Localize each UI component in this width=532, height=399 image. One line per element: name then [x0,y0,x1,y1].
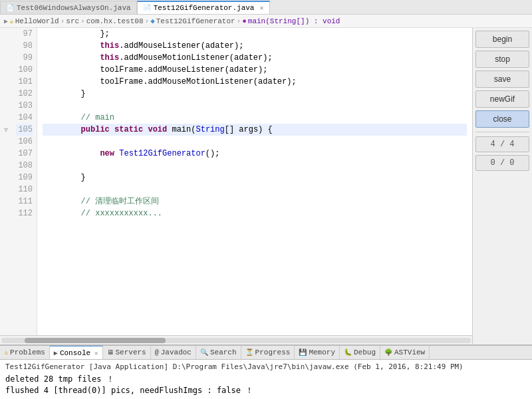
gc-102 [0,88,12,100]
tab-debug[interactable]: 🐛 Debug [340,345,380,360]
gc-101 [0,76,12,88]
console-line-2: flushed 4 [thread(0)] pics, needFlushImg… [5,385,527,396]
line-112: // xxxxxxxxxxx... [43,207,467,219]
ln-111: 111 [16,196,33,207]
bc-class[interactable]: Test12GifGenerator [156,17,235,25]
problems-label: Problems [10,348,45,356]
line-101: toolFrame.addMouseMotionListener(adater)… [43,76,467,88]
memory-icon: 💾 [299,348,307,356]
horizontal-scrollbar[interactable] [0,335,472,344]
line-111: // 清理临时工作区间 [43,196,467,207]
gc-103 [0,100,12,112]
javadoc-label: Javadoc [161,348,192,356]
line-107: new Test12GifGenerator(); [43,148,467,160]
debug-icon: 🐛 [344,348,352,356]
save-button[interactable]: save [475,70,529,88]
line-110 [43,184,467,196]
tab-astview[interactable]: 🌳 ASTView [380,345,430,360]
gc-111 [0,196,12,207]
bc-package[interactable]: com.hx.test08 [86,17,144,25]
gc-104 [0,112,12,124]
file-icon-2: 📄 [143,4,151,12]
ln-107: 107 [16,148,33,160]
count-1: 4 / 4 [475,136,529,152]
gc-105[interactable]: ▽ [0,124,12,136]
gc-106 [0,136,12,148]
console-line-1: deleted 28 tmp files ！ [5,374,527,385]
ln-101: 101 [16,76,33,88]
debug-label: Debug [354,348,376,356]
ln-108: 108 [16,160,33,172]
scroll-thumb[interactable] [25,338,166,343]
stop-button[interactable]: stop [475,51,529,68]
gc-100 [0,64,12,76]
tab-servers[interactable]: 🖥 Servers [103,345,151,360]
ln-97: 97 [16,28,33,40]
servers-icon: 🖥 [107,348,114,356]
bc-method[interactable]: main(String[]) : void [248,17,340,25]
bc-arrow: ▶ [4,17,8,25]
bc-project[interactable]: HelloWorld [15,17,59,25]
tab-memory[interactable]: 💾 Memory [295,345,340,360]
console-icon: ▶ [54,349,58,357]
bc-sep1: › [61,17,65,25]
gc-97 [0,28,12,40]
newgif-button[interactable]: newGif [475,90,529,108]
tab-problems[interactable]: ⚠ Problems [0,345,50,360]
astview-label: ASTView [394,348,425,356]
close-button[interactable]: close [475,110,529,128]
gc-108 [0,160,12,172]
bc-project-icon: ☕ [9,17,14,25]
ln-106: 106 [16,136,33,148]
tab-bar: 📄 Test06WindowsAlwaysOn.java 📄 Test12Gif… [0,0,532,15]
ln-103: 103 [16,100,33,112]
file-icon-1: 📄 [6,4,14,12]
bc-src[interactable]: src [66,17,79,25]
astview-icon: 🌳 [384,348,392,356]
gc-109 [0,172,12,184]
tab-close-button[interactable]: ✕ [259,4,263,12]
tab-test06[interactable]: 📄 Test06WindowsAlwaysOn.java [0,1,137,14]
ln-102: 102 [16,88,33,100]
ln-99: 99 [16,52,33,64]
panel-divider-1 [475,132,529,132]
ln-112: 112 [16,207,33,219]
line-numbers: 97 98 99 100 101 102 103 104 105 106 107… [12,28,37,335]
code-content[interactable]: }; this.addMouseListener(adater); this.a… [37,28,472,335]
tab-label-1: Test06WindowsAlwaysOn.java [17,4,131,12]
ln-98: 98 [16,40,33,52]
gc-98 [0,40,12,52]
gc-112 [0,207,12,219]
line-103 [43,100,467,112]
tab-search[interactable]: 🔍 Search [196,345,241,360]
bc-method-icon: ● [242,17,247,25]
bc-sep3: › [145,17,150,25]
ln-110: 110 [16,184,33,196]
line-99: this.addMouseMotionListener(adater); [43,52,467,64]
memory-label: Memory [309,348,335,356]
ln-104: 104 [16,112,33,124]
gutter-column: ▽ [0,28,12,335]
console-close[interactable]: ✕ [94,350,98,357]
console-label: Console [60,349,90,357]
collapse-arrow-105[interactable]: ▽ [4,126,7,134]
servers-label: Servers [116,348,146,356]
line-104: // main [43,112,467,124]
tab-test12[interactable]: 📄 Test12GifGenerator.java ✕ [137,1,270,14]
progress-label: Progress [255,348,291,356]
gc-107 [0,148,12,160]
bc-sep4: › [237,17,241,25]
tab-javadoc[interactable]: @ Javadoc [151,345,196,360]
line-105: public static void main(String[] args) { [43,124,467,136]
console-area: Test12GifGenerator [Java Application] D:… [0,360,532,399]
code-container: ▽ 97 98 99 100 101 102 103 104 105 [0,28,472,335]
tab-console[interactable]: ▶ Console ✕ [50,345,103,360]
problems-icon: ⚠ [4,348,8,356]
scroll-track[interactable] [1,338,471,343]
editor-area: ▽ 97 98 99 100 101 102 103 104 105 [0,28,472,344]
begin-button[interactable]: begin [475,31,529,48]
breadcrumb: ▶ ☕ HelloWorld › src › com.hx.test08 › ◆… [0,15,532,28]
bc-sep2: › [80,17,85,25]
tab-progress[interactable]: ⏳ Progress [241,345,295,360]
main-area: ▽ 97 98 99 100 101 102 103 104 105 [0,28,532,344]
